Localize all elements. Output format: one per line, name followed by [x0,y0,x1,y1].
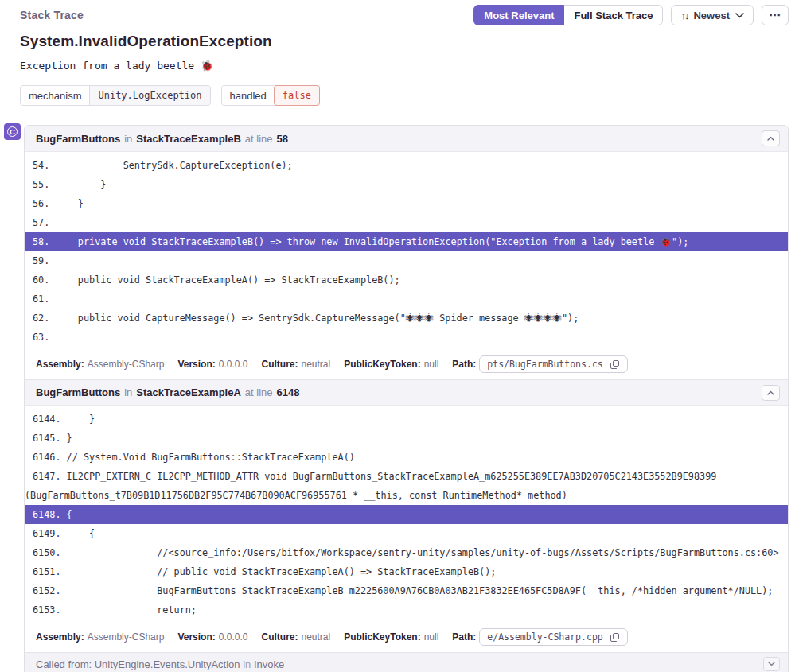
expand-frame-button[interactable] [763,657,780,671]
code-line: 55. } [25,175,788,194]
code-line: 61. [25,289,788,309]
tag: mechanismUnity.LogException [20,85,211,106]
called-from-label: Called from: [36,658,92,670]
sort-button[interactable]: ↑↓ Newest [671,5,754,25]
csharp-platform-glyph: C [7,126,18,137]
code-line: 6144. } [25,410,788,429]
path-value: pts/BugFarmButtons.cs [487,359,602,370]
meta-label: PublicKeyToken: [344,359,420,370]
meta-label: PublicKeyToken: [344,631,420,643]
meta-label: Culture: [261,359,298,370]
code-line-active: 6148. { [25,505,788,524]
meta-value: Assembly-CSharp [88,359,165,370]
code-line: 59. [25,251,788,270]
meta-value: neutral [301,631,330,643]
meta-pair: PublicKeyToken:null [344,359,438,370]
meta-label: Path: [452,359,476,370]
most-relevant-button[interactable]: Most Relevant [473,5,564,25]
frame-line-number: 58 [277,133,288,145]
code-line: 54. SentrySdk.CaptureException(e); [25,156,788,175]
frame-in-label: in [124,386,132,398]
path-value: e/Assembly-CSharp.cpp [487,631,602,643]
path-box[interactable]: pts/BugFarmButtons.cs [479,355,627,373]
section-label: Stack Trace [20,5,84,21]
meta-path-pair: Path:pts/BugFarmButtons.cs [452,355,627,373]
code-line: 6152. BugFarmButtons_StackTraceExampleB_… [25,581,788,600]
frame: BugFarmButtonsinStackTraceExampleAat lin… [25,379,788,652]
collapse-button[interactable] [762,385,780,401]
tag-value-error: false [274,85,320,106]
page-title: System.InvalidOperationException [20,33,789,50]
code-line: 60. public void StackTraceExampleA() => … [25,270,788,289]
sort-direction-icon: ↑↓ [680,10,688,21]
collapse-button[interactable] [762,130,780,146]
called-from-text: Called from: UnityEngine.Events.UnityAct… [36,658,284,670]
code-line: 6153. return; [25,600,788,620]
code-line-active: 58. private void StackTraceExampleB() =>… [25,232,788,251]
called-from-module: UnityEngine.Events.UnityAction [95,658,240,670]
exception-message: Exception from a lady beetle 🐞 [20,60,789,72]
frame-at-label: at line [245,133,273,145]
meta-pair: PublicKeyToken:null [344,631,438,643]
meta-label: Path: [452,631,476,643]
meta-value: 0.0.0.0 [219,359,248,370]
tag-value: Unity.LogException [89,86,209,105]
frame-module: BugFarmButtons [36,386,120,398]
meta-pair: Assembly:Assembly-CSharp [36,359,164,370]
frame-module: BugFarmButtons [36,133,120,145]
meta-pair: Culture:neutral [261,359,330,370]
chevron-down-icon [768,662,775,666]
meta-pair: Version:0.0.0.0 [177,631,247,643]
meta-value: neutral [301,359,330,370]
top-bar: Stack Trace Most Relevant Full Stack Tra… [20,5,789,25]
chevron-down-icon [735,13,744,18]
frame-meta: Assembly:Assembly-CSharpVersion:0.0.0.0C… [25,352,788,379]
more-options-button[interactable]: ⋯ [762,5,789,25]
meta-path-pair: Path:e/Assembly-CSharp.cpp [452,628,627,646]
frame-line-number: 6148 [277,386,300,398]
stack-trace-page: Stack Trace Most Relevant Full Stack Tra… [0,0,795,672]
meta-label: Version: [177,359,215,370]
code-line: 56. } [25,194,788,213]
frame-header[interactable]: BugFarmButtonsinStackTraceExampleAat lin… [25,379,788,406]
sort-label: Newest [693,10,730,21]
csharp-platform-icon: C [4,123,21,140]
called-from-bar: Called from: UnityEngine.Events.UnityAct… [25,652,788,672]
code-line: 6151. // public void StackTraceExampleA(… [25,562,788,581]
code-line: 57. [25,213,788,232]
code-line: 6149. { [25,524,788,543]
view-toggle: Most Relevant Full Stack Trace [473,5,663,25]
stack-trace-panel: BugFarmButtonsinStackTraceExampleBat lin… [24,125,789,672]
called-from-function: Invoke [254,658,284,670]
frame-header[interactable]: BugFarmButtonsinStackTraceExampleBat lin… [25,126,788,152]
frame-function: StackTraceExampleB [136,133,241,145]
meta-value: null [424,359,439,370]
meta-pair: Culture:neutral [261,631,330,643]
copy-icon[interactable] [610,632,620,643]
called-from-in-label: in [243,658,251,670]
tag: handledfalse [221,85,320,106]
path-box[interactable]: e/Assembly-CSharp.cpp [479,628,627,646]
code-line: 63. [25,328,788,347]
code-line: 6147. IL2CPP_EXTERN_C IL2CPP_METHOD_ATTR… [25,467,788,505]
copy-icon[interactable] [610,359,620,370]
meta-pair: Assembly:Assembly-CSharp [36,631,164,643]
tag-key: handled [222,86,275,105]
full-stack-trace-button[interactable]: Full Stack Trace [564,5,663,25]
meta-value: null [424,631,439,643]
tag-key: mechanism [21,86,89,105]
meta-value: Assembly-CSharp [88,631,165,643]
meta-label: Assembly: [36,631,84,643]
meta-value: 0.0.0.0 [219,631,248,643]
code-line: 6146. // System.Void BugFarmButtons::Sta… [25,448,788,467]
frame-at-label: at line [245,386,273,398]
code-line: 62. public void CaptureMessage() => Sent… [25,309,788,328]
frame: BugFarmButtonsinStackTraceExampleBat lin… [25,126,788,379]
frame-in-label: in [124,133,132,145]
chevron-up-icon [767,136,774,141]
meta-label: Culture: [261,631,298,643]
frame-function: StackTraceExampleA [136,386,241,398]
meta-label: Assembly: [36,359,84,370]
frame-meta: Assembly:Assembly-CSharpVersion:0.0.0.0C… [25,624,788,652]
code-block: 6144. }6145. }6146. // System.Void BugFa… [25,406,788,624]
